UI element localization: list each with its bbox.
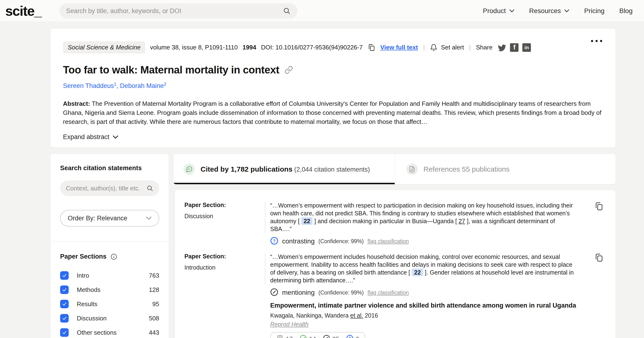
- active-tab-indicator: [174, 183, 395, 184]
- paper-summary-card: Social Science & Medicine volume 38, iss…: [50, 28, 616, 147]
- section-filter-other[interactable]: Other sections 443: [60, 326, 159, 338]
- flag-classification-link[interactable]: flag classification: [368, 238, 409, 244]
- publication-year: 1994: [242, 44, 256, 51]
- smart-citation-badge[interactable]: 17 14 25 ? 0: [270, 332, 365, 338]
- author-link[interactable]: Sereen Thaddeus1: [63, 82, 116, 89]
- nav-pricing[interactable]: Pricing: [584, 7, 604, 15]
- search-citations-heading: Search citation statements: [60, 164, 159, 172]
- info-icon[interactable]: [110, 253, 118, 260]
- paper-section-value: Introduction: [184, 264, 265, 271]
- copy-citation-button[interactable]: [589, 202, 604, 246]
- citation-ref-highlight[interactable]: 22: [301, 217, 313, 225]
- search-icon: [146, 185, 154, 192]
- chevron-down-icon: [564, 9, 570, 12]
- global-search-bar[interactable]: [60, 3, 298, 18]
- tab-references[interactable]: References 55 publications: [395, 154, 616, 184]
- nav-blog[interactable]: Blog: [619, 7, 632, 15]
- header-nav: Product Resources Pricing Blog: [483, 7, 644, 15]
- chevron-down-icon: [146, 216, 152, 220]
- sidebar-divider: [50, 241, 169, 242]
- metric-supporting: 14: [296, 335, 320, 338]
- section-filter-results[interactable]: Results 95: [60, 297, 159, 311]
- paper-meta-row: Social Science & Medicine volume 38, iss…: [63, 41, 603, 54]
- contrasting-icon: ?: [270, 237, 278, 246]
- scite-logo[interactable]: scite_: [5, 3, 41, 19]
- metric-citing-publications: 17: [273, 335, 296, 338]
- checkbox-checked[interactable]: [60, 271, 69, 280]
- checkbox-checked[interactable]: [60, 328, 69, 337]
- expand-abstract-button[interactable]: Expand abstract: [63, 133, 603, 141]
- citations-references-tabs: Cited by 1,782 publications (2,044 citat…: [174, 154, 616, 184]
- metric-contrasting: ? 0: [343, 335, 362, 338]
- checkbox-checked[interactable]: [60, 314, 69, 322]
- citing-paper-title[interactable]: Empowerment, intimate partner violence a…: [270, 302, 589, 309]
- document-icon: [406, 164, 418, 175]
- paper-section-label: Paper Section:: [184, 253, 265, 260]
- citation-search-input[interactable]: [66, 185, 146, 192]
- svg-text:?: ?: [273, 239, 276, 244]
- tab-cited-by[interactable]: Cited by 1,782 publications (2,044 citat…: [174, 154, 395, 184]
- classification-label: contrasting: [282, 238, 315, 245]
- section-filter-intro[interactable]: Intro 763: [60, 268, 159, 282]
- copy-citation-button[interactable]: [589, 253, 604, 338]
- view-full-text-link[interactable]: View full text: [380, 44, 418, 51]
- checkbox-checked[interactable]: [60, 300, 69, 308]
- bell-icon: [430, 44, 438, 51]
- twitter-share-icon[interactable]: [497, 43, 506, 52]
- share-label: Share: [476, 44, 492, 51]
- checkbox-checked[interactable]: [60, 286, 69, 294]
- volume-issue-pages: volume 38, issue 8, P1091-1110: [150, 44, 238, 51]
- search-icon: [283, 7, 291, 15]
- mentioning-icon: [270, 288, 278, 297]
- nav-resources[interactable]: Resources: [529, 7, 570, 15]
- nav-product[interactable]: Product: [483, 7, 514, 15]
- chevron-down-icon: [509, 9, 514, 12]
- slash-circle-icon: [323, 335, 330, 338]
- journal-badge[interactable]: Social Science & Medicine: [63, 41, 145, 54]
- classification-label: mentioning: [282, 289, 315, 296]
- author-link[interactable]: Deborah Maine2: [120, 82, 166, 89]
- citation-statement-row: Paper Section: Discussion “…Women’s empo…: [184, 202, 604, 246]
- citation-quote: “…Women’s empowerment includes household…: [265, 253, 589, 284]
- check-circle-icon: [300, 335, 307, 338]
- citing-paper-info: Empowerment, intimate partner violence a…: [270, 302, 589, 338]
- permalink-icon[interactable]: [284, 66, 293, 74]
- top-navigation-bar: scite_ Product Resources Pricing Blog: [0, 0, 644, 22]
- citing-paper-authors: Kwagala, Nankinga, Wandera et al. 2016: [270, 312, 589, 319]
- metric-mentioning: 25: [320, 335, 343, 338]
- order-by-dropdown[interactable]: Order By: Relevance: [60, 210, 159, 226]
- confidence-text: (Confidence: 99%): [318, 238, 364, 244]
- authors-line: Sereen Thaddeus1, Deborah Maine2: [63, 82, 603, 90]
- citation-quote: “…Women’s empowerment with respect to pa…: [265, 202, 589, 233]
- svg-text:?: ?: [348, 336, 351, 338]
- document-icon: [276, 335, 284, 338]
- more-options-button[interactable]: [591, 40, 602, 42]
- citation-filters-sidebar: Search citation statements Order By: Rel…: [50, 154, 169, 338]
- citation-ref-link[interactable]: 27: [459, 218, 465, 224]
- abstract-text: Abstract: The Prevention of Maternal Mor…: [63, 99, 603, 126]
- facebook-share-icon[interactable]: f: [510, 43, 518, 52]
- et-al-link[interactable]: et al.: [350, 312, 363, 319]
- copy-doi-icon[interactable]: [368, 44, 376, 52]
- paper-section-label: Paper Section:: [184, 202, 265, 208]
- page-title: Too far to walk: Maternal mortality in c…: [63, 64, 279, 76]
- section-filter-methods[interactable]: Methods 128: [60, 282, 159, 297]
- citation-statements-panel: Paper Section: Discussion “…Women’s empo…: [175, 190, 616, 338]
- citing-paper-journal-link[interactable]: Reprod Health: [270, 321, 308, 328]
- question-circle-icon: ?: [346, 335, 353, 338]
- citation-search-bar[interactable]: [60, 180, 159, 196]
- paper-sections-heading: Paper Sections: [60, 253, 106, 260]
- confidence-text: (Confidence: 99%): [318, 290, 364, 296]
- global-search-input[interactable]: [66, 7, 283, 15]
- linkedin-share-icon[interactable]: in: [522, 43, 531, 52]
- flag-classification-link[interactable]: flag classification: [368, 290, 409, 296]
- share-group: Share f in: [476, 43, 531, 52]
- citation-statement-row: Paper Section: Introduction “…Women’s em…: [184, 253, 604, 338]
- doi-text: DOI: 10.1016/0277-9536(94)90226-7: [261, 44, 363, 51]
- section-filter-discussion[interactable]: Discussion 508: [60, 311, 159, 326]
- citation-bubble-icon: [184, 164, 195, 175]
- chevron-down-icon: [113, 135, 118, 139]
- set-alert-button[interactable]: Set alert: [430, 44, 464, 51]
- citation-ref-highlight[interactable]: 22: [412, 268, 423, 276]
- paper-section-value: Discussion: [184, 213, 265, 220]
